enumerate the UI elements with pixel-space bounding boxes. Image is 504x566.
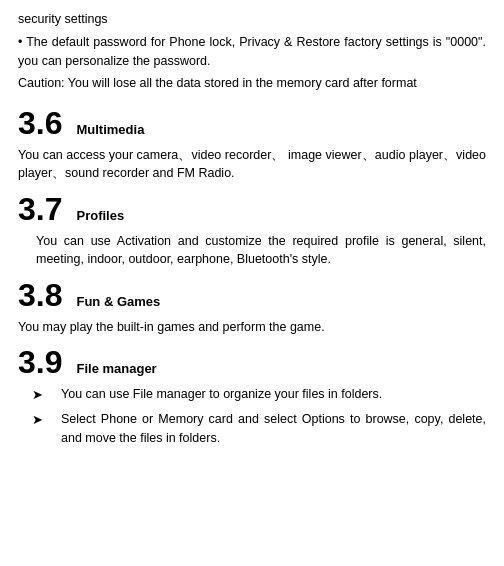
section-file-manager: 3.9 File manager ➤ You can use File mana… [18, 346, 486, 448]
section-fun-games-title: Fun & Games [76, 292, 160, 312]
caution-text: Caution: You will lose all the data stor… [18, 74, 486, 93]
file-manager-item-2-text: Select Phone or Memory card and select O… [61, 410, 486, 448]
section-profiles-number: 3.7 [18, 193, 62, 225]
section-profiles-title: Profiles [76, 206, 124, 226]
section-file-manager-number: 3.9 [18, 346, 62, 378]
section-profiles: 3.7 Profiles You can use Activation and … [18, 193, 486, 269]
file-manager-item-1: ➤ You can use File manager to organize y… [18, 385, 486, 405]
file-manager-item-1-text: You can use File manager to organize you… [61, 385, 486, 404]
section-multimedia: 3.6 Multimedia You can access your camer… [18, 107, 486, 183]
section-fun-games-number: 3.8 [18, 279, 62, 311]
arrow-icon-1: ➤ [32, 385, 43, 405]
arrow-icon-2: ➤ [32, 410, 43, 430]
section-multimedia-number: 3.6 [18, 107, 62, 139]
section-profiles-header: 3.7 Profiles [18, 193, 486, 226]
section-multimedia-header: 3.6 Multimedia [18, 107, 486, 140]
section-multimedia-body: You can access your camera、video recorde… [18, 146, 486, 184]
section-multimedia-title: Multimedia [76, 120, 144, 140]
section-fun-games: 3.8 Fun & Games You may play the built-i… [18, 279, 486, 336]
section-file-manager-header: 3.9 File manager [18, 346, 486, 379]
section-fun-games-header: 3.8 Fun & Games [18, 279, 486, 312]
bullet-password-text: • The default password for Phone lock, P… [18, 33, 486, 71]
section-fun-games-body: You may play the built-in games and perf… [18, 318, 486, 337]
security-settings-text: security settings [18, 10, 486, 29]
section-profiles-body: You can use Activation and customize the… [36, 232, 486, 270]
file-manager-item-2: ➤ Select Phone or Memory card and select… [18, 410, 486, 448]
section-file-manager-title: File manager [76, 359, 156, 379]
